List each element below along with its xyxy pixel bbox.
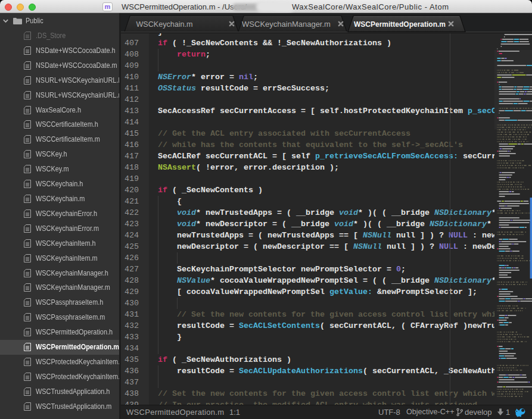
svg-text:WSCKeychain.m: WSCKeychain.m [136,20,192,29]
svg-text:WSCPermittedOperation.m: WSCPermittedOperation.m [354,20,446,29]
svg-text:WSCKeychainManager.m: WSCKeychainManager.m [242,20,331,29]
